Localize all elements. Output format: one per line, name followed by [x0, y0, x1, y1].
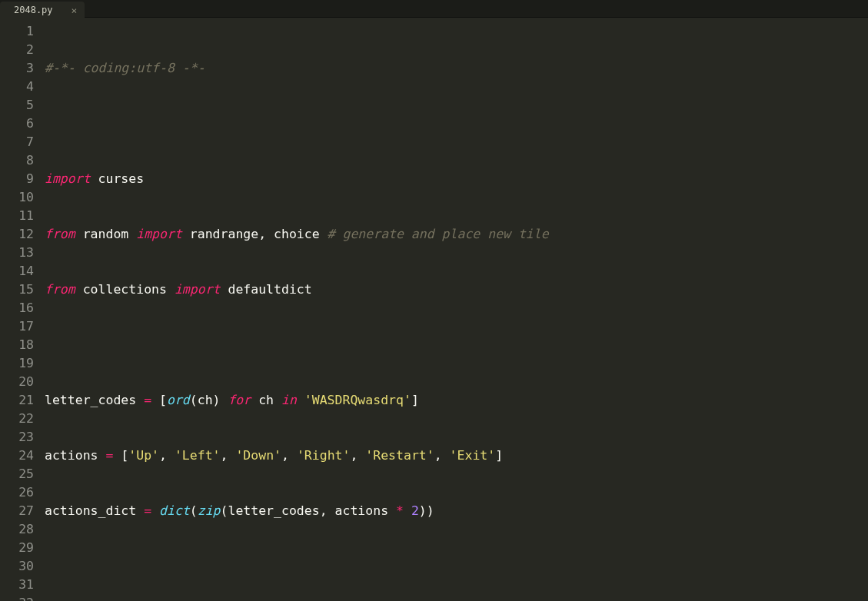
string: 'Right': [297, 447, 351, 465]
line-number: 3: [0, 59, 45, 78]
line-number: 30: [0, 557, 45, 576]
file-tab[interactable]: 2048.py ×: [0, 2, 85, 18]
operator: =: [144, 391, 151, 410]
code-line[interactable]: import curses: [45, 170, 868, 188]
line-number: 4: [0, 78, 45, 96]
builtin: zip: [198, 502, 221, 520]
identifier: letter_codes: [45, 391, 144, 410]
line-number: 27: [0, 502, 45, 520]
operator: =: [105, 447, 113, 465]
string: 'Exit': [450, 447, 496, 465]
identifier: random: [83, 225, 129, 244]
line-number: 25: [0, 465, 45, 483]
identifier: randrange, choice: [190, 225, 328, 244]
keyword: from: [45, 281, 75, 299]
line-number: 28: [0, 520, 45, 539]
code-line[interactable]: [45, 336, 868, 354]
builtin: ord: [167, 391, 190, 410]
line-number: 18: [0, 336, 45, 354]
line-number: 1: [0, 22, 45, 41]
line-number: 13: [0, 244, 45, 262]
close-icon[interactable]: ×: [72, 5, 78, 16]
code-line[interactable]: [45, 115, 868, 133]
number: 2: [411, 502, 419, 520]
code-line[interactable]: actions_dict = dict(zip(letter_codes, ac…: [45, 502, 868, 520]
line-number: 24: [0, 447, 45, 465]
keyword: import: [45, 170, 91, 188]
line-number: 12: [0, 225, 45, 244]
keyword: for: [228, 391, 251, 410]
line-number: 9: [0, 170, 45, 188]
identifier: actions_dict: [45, 502, 144, 520]
line-number: 31: [0, 576, 45, 594]
tab-filename: 2048.py: [14, 5, 53, 15]
line-number: 16: [0, 299, 45, 317]
line-number: 19: [0, 354, 45, 373]
string: 'Restart': [365, 447, 434, 465]
operator: *: [396, 502, 404, 520]
code-line[interactable]: letter_codes = [ord(ch) for ch in 'WASDR…: [45, 391, 868, 410]
code-area[interactable]: #-*- coding:utf-8 -*- import curses from…: [45, 18, 868, 601]
comment: # generate and place new tile: [328, 225, 549, 244]
tab-bar: 2048.py ×: [0, 0, 868, 18]
string: 'Up': [128, 447, 159, 465]
code-line[interactable]: actions = ['Up', 'Left', 'Down', 'Right'…: [45, 447, 868, 465]
line-number: 32: [0, 594, 45, 601]
comment: #-*- coding:utf-8 -*-: [45, 59, 205, 78]
operator: =: [144, 502, 151, 520]
string: 'Left': [175, 447, 221, 465]
line-number: 22: [0, 410, 45, 428]
line-number: 11: [0, 207, 45, 225]
line-number: 21: [0, 391, 45, 410]
line-number: 20: [0, 373, 45, 391]
identifier: defaultdict: [228, 281, 311, 299]
keyword: import: [175, 281, 221, 299]
line-number: 10: [0, 188, 45, 207]
line-number: 8: [0, 151, 45, 170]
line-number: 5: [0, 96, 45, 115]
keyword: in: [281, 391, 297, 410]
line-number: 29: [0, 539, 45, 557]
code-line[interactable]: from collections import defaultdict: [45, 281, 868, 299]
line-number-gutter: 1 2 3 4 5 6 7 8 9 10 11 12 13 14 15 16 1…: [0, 18, 45, 601]
identifier: collections: [83, 281, 167, 299]
code-line[interactable]: from random import randrange, choice # g…: [45, 225, 868, 244]
builtin: dict: [159, 502, 190, 520]
line-number: 17: [0, 317, 45, 336]
line-number: 23: [0, 428, 45, 447]
line-number: 2: [0, 41, 45, 59]
string: 'Down': [235, 447, 281, 465]
line-number: 6: [0, 115, 45, 133]
line-number: 15: [0, 281, 45, 299]
keyword: from: [45, 225, 75, 244]
line-number: 7: [0, 133, 45, 151]
code-line[interactable]: [45, 557, 868, 576]
identifier: actions: [45, 447, 105, 465]
keyword: import: [136, 225, 182, 244]
code-line[interactable]: #-*- coding:utf-8 -*-: [45, 59, 868, 78]
editor[interactable]: 1 2 3 4 5 6 7 8 9 10 11 12 13 14 15 16 1…: [0, 18, 868, 601]
line-number: 14: [0, 262, 45, 281]
identifier: curses: [98, 170, 145, 188]
string: 'WASDRQwasdrq': [297, 391, 411, 410]
line-number: 26: [0, 483, 45, 502]
